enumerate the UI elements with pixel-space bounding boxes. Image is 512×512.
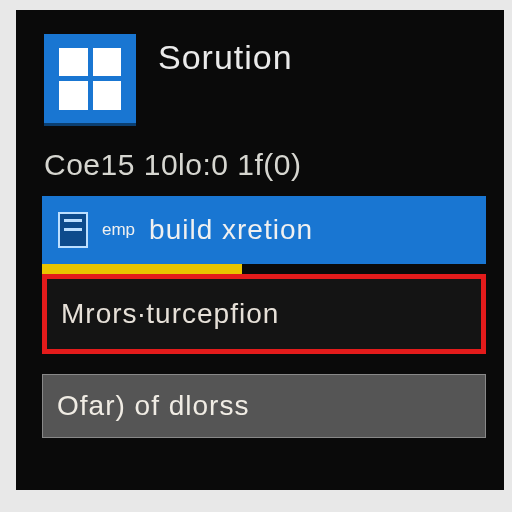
build-action-button[interactable]: emp build xretion [42, 196, 486, 264]
neutral-action-label: Ofar) of dlorss [57, 390, 249, 422]
build-action-small-label: emp [102, 220, 135, 240]
windows-logo-icon [59, 48, 121, 110]
error-action-button[interactable]: Mrors·turcepfion [42, 274, 486, 354]
actions-list: emp build xretion [18, 196, 502, 264]
status-line: Coe15 10lo:0 1f(0) [18, 126, 502, 196]
windows-tile[interactable] [44, 34, 136, 126]
document-icon [58, 212, 88, 248]
neutral-action-button[interactable]: Ofar) of dlorss [42, 374, 486, 438]
actions-list-2: Mrors·turcepfion Ofar) of dlorss [18, 274, 502, 438]
solution-panel: Sorution Coe15 10lo:0 1f(0) emp build xr… [16, 10, 504, 490]
panel-header: Sorution [18, 12, 502, 126]
warning-bar [42, 264, 242, 274]
panel-title: Sorution [158, 38, 293, 77]
error-action-label: Mrors·turcepfion [61, 298, 279, 330]
build-action-label: build xretion [149, 214, 313, 246]
